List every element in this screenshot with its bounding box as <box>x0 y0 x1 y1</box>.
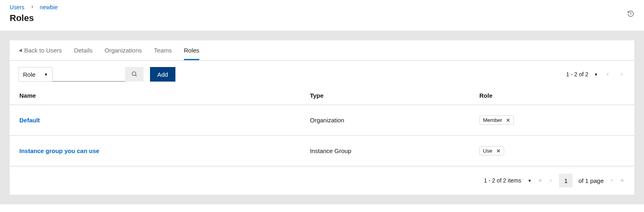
first-page-button[interactable] <box>538 178 543 183</box>
tab-organizations[interactable]: Organizations <box>104 40 142 60</box>
content-area: ◀ Back to Users Details Organizations Te… <box>0 31 644 204</box>
close-icon[interactable]: ✕ <box>496 148 500 154</box>
filter-select-label: Role <box>23 71 35 78</box>
column-header-type: Type <box>310 92 479 99</box>
role-chip: Use ✕ <box>479 146 504 155</box>
row-type: Organization <box>310 117 479 124</box>
history-icon[interactable] <box>627 10 634 17</box>
add-button[interactable]: Add <box>150 67 175 82</box>
page-input[interactable] <box>559 174 573 187</box>
page-title: Roles <box>10 13 58 23</box>
breadcrumb-current-link[interactable]: newbie <box>40 4 58 10</box>
column-header-role: Role <box>479 92 625 99</box>
tabs: ◀ Back to Users Details Organizations Te… <box>10 40 634 61</box>
toolbar-right: 1 - 2 of 2 ▼ <box>566 71 625 78</box>
role-chip-label: Use <box>483 148 492 154</box>
row-name-link[interactable]: Instance group you can use <box>19 147 99 154</box>
prev-page-button[interactable] <box>548 178 553 183</box>
filter-group: Role ▼ <box>19 67 144 82</box>
row-name-link[interactable]: Default <box>19 117 40 124</box>
caret-down-icon: ▼ <box>44 72 48 77</box>
svg-point-0 <box>132 71 136 75</box>
items-count-text: 1 - 2 of 2 items <box>484 177 521 184</box>
tab-back-label: Back to Users <box>24 47 62 54</box>
table-row: Instance group you can use Instance Grou… <box>10 136 634 166</box>
role-chip: Member ✕ <box>479 115 514 125</box>
breadcrumb: Users newbie <box>10 4 58 10</box>
next-page-top[interactable] <box>617 72 625 77</box>
header-left: Users newbie Roles <box>10 4 58 23</box>
svg-line-1 <box>135 75 137 76</box>
search-icon <box>131 71 138 78</box>
breadcrumb-parent-link[interactable]: Users <box>10 4 25 10</box>
caret-left-icon: ◀ <box>19 48 22 53</box>
page-nav: of 1 page <box>538 174 625 187</box>
last-page-button[interactable] <box>620 178 625 183</box>
card: ◀ Back to Users Details Organizations Te… <box>10 40 634 195</box>
count-dropdown[interactable]: ▼ <box>594 72 598 77</box>
column-header-name: Name <box>19 92 310 99</box>
table-header: Name Type Role <box>10 88 634 105</box>
filter-input[interactable] <box>52 67 125 82</box>
of-page-text: of 1 page <box>578 177 604 184</box>
tab-teams[interactable]: Teams <box>154 40 172 60</box>
items-dropdown[interactable]: ▼ <box>528 178 532 183</box>
role-chip-label: Member <box>483 117 502 123</box>
tab-details[interactable]: Details <box>74 40 92 60</box>
count-text: 1 - 2 of 2 <box>566 71 588 78</box>
page-header: Users newbie Roles <box>0 0 644 31</box>
search-button[interactable] <box>125 67 144 82</box>
chevron-right-icon <box>30 4 34 10</box>
row-type: Instance Group <box>310 147 479 154</box>
header-right <box>627 10 634 17</box>
filter-select[interactable]: Role ▼ <box>19 67 52 82</box>
toolbar: Role ▼ Add 1 - <box>10 61 634 88</box>
pagination: 1 - 2 of 2 items ▼ of 1 page <box>10 166 634 195</box>
toolbar-left: Role ▼ Add <box>19 67 175 82</box>
close-icon[interactable]: ✕ <box>506 118 510 123</box>
tab-roles[interactable]: Roles <box>184 40 199 60</box>
prev-page-top[interactable] <box>604 72 612 77</box>
next-page-button[interactable] <box>609 178 614 183</box>
table-row: Default Organization Member ✕ <box>10 105 634 136</box>
tab-back-to-users[interactable]: ◀ Back to Users <box>19 40 62 60</box>
